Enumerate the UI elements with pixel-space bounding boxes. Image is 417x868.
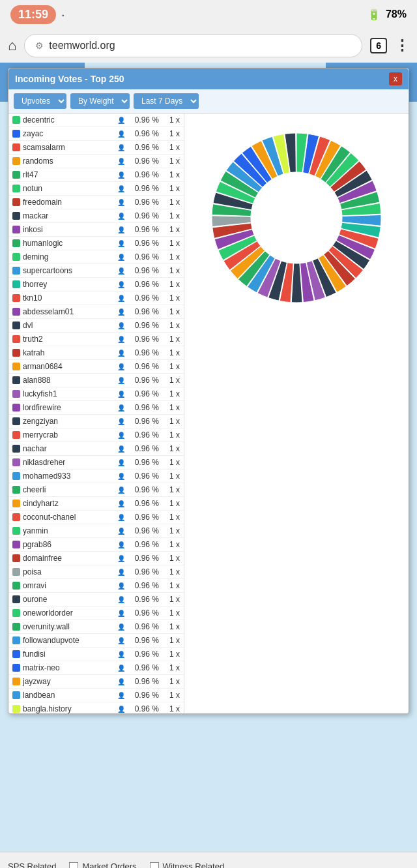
market-orders-tab[interactable]: Market Orders — [69, 861, 136, 868]
battery-level: 78% — [386, 8, 407, 20]
vote-list-row[interactable]: inkosi 👤 0.96 % 1 x — [8, 223, 184, 237]
modal-controls: Upvotes By Weight Last 7 Days — [8, 89, 409, 113]
vote-list-row[interactable]: matrix-neo 👤 0.96 % 1 x — [8, 661, 184, 675]
vote-name: randoms — [23, 157, 115, 166]
incoming-votes-modal: Incoming Votes - Top 250 x Upvotes By We… — [8, 68, 409, 714]
vote-count: 1 x — [162, 198, 180, 207]
vote-person-icon: 👤 — [117, 610, 125, 617]
vote-list-row[interactable]: randoms 👤 0.96 % 1 x — [8, 155, 184, 168]
vote-list-row[interactable]: yanmin 👤 0.96 % 1 x — [8, 524, 184, 538]
vote-person-icon: 👤 — [117, 445, 125, 453]
vote-list-row[interactable]: zayac 👤 0.96 % 1 x — [8, 127, 184, 141]
sps-related-tab[interactable]: SPS Related — [8, 861, 56, 868]
vote-pct: 0.96 % — [128, 430, 159, 440]
vote-list-row[interactable]: deming 👤 0.96 % 1 x — [8, 250, 184, 264]
vote-list-row[interactable]: thorrey 👤 0.96 % 1 x — [8, 278, 184, 292]
witness-related-checkbox[interactable] — [150, 862, 159, 869]
vote-count: 1 x — [162, 225, 180, 234]
vote-list-row[interactable]: zengziyan 👤 0.96 % 1 x — [8, 415, 184, 428]
vote-list[interactable]: decentric 👤 0.96 % 1 x zayac 👤 0.96 % 1 … — [8, 113, 184, 713]
vote-name: zayac — [23, 129, 115, 138]
vote-count: 1 x — [162, 266, 180, 275]
vote-list-row[interactable]: cheerli 👤 0.96 % 1 x — [8, 483, 184, 497]
vote-person-icon: 👤 — [117, 706, 125, 713]
vote-pct: 0.96 % — [128, 157, 159, 166]
vote-person-icon: 👤 — [117, 172, 125, 179]
vote-list-row[interactable]: alan888 👤 0.96 % 1 x — [8, 374, 184, 387]
vote-name: rlt47 — [23, 170, 115, 179]
vote-name: domainfree — [23, 554, 115, 563]
vote-count: 1 x — [162, 513, 180, 522]
vote-pct: 0.96 % — [128, 198, 159, 207]
vote-list-row[interactable]: arman0684 👤 0.96 % 1 x — [8, 360, 184, 374]
vote-list-row[interactable]: notun 👤 0.96 % 1 x — [8, 182, 184, 196]
vote-count: 1 x — [162, 663, 180, 672]
witness-related-tab[interactable]: Witness Related — [150, 861, 225, 868]
vote-list-row[interactable]: pgrab86 👤 0.96 % 1 x — [8, 538, 184, 552]
vote-list-row[interactable]: tkn10 👤 0.96 % 1 x — [8, 292, 184, 305]
vote-list-row[interactable]: humanlogic 👤 0.96 % 1 x — [8, 237, 184, 250]
vote-list-row[interactable]: mackar 👤 0.96 % 1 x — [8, 209, 184, 223]
vote-color-dot — [12, 595, 20, 603]
vote-list-row[interactable]: omravi 👤 0.96 % 1 x — [8, 579, 184, 593]
vote-count: 1 x — [162, 362, 180, 371]
vote-person-icon: 👤 — [117, 336, 125, 343]
modal-body: decentric 👤 0.96 % 1 x zayac 👤 0.96 % 1 … — [8, 113, 409, 713]
browser-menu-icon[interactable]: ⋮ — [395, 37, 409, 54]
vote-list-row[interactable]: scamsalarm 👤 0.96 % 1 x — [8, 141, 184, 155]
vote-pct: 0.96 % — [128, 280, 159, 289]
vote-color-dot — [12, 664, 20, 672]
vote-list-row[interactable]: ourone 👤 0.96 % 1 x — [8, 593, 184, 606]
vote-list-row[interactable]: dvl 👤 0.96 % 1 x — [8, 319, 184, 333]
vote-list-row[interactable]: merrycrab 👤 0.96 % 1 x — [8, 428, 184, 442]
vote-list-row[interactable]: niklasdreher 👤 0.96 % 1 x — [8, 456, 184, 470]
vote-person-icon: 👤 — [117, 308, 125, 316]
vote-count: 1 x — [162, 335, 180, 344]
vote-color-dot — [12, 636, 20, 644]
period-select[interactable]: Last 7 Days — [134, 93, 199, 109]
url-bar[interactable]: ⚙ teemworld.org — [24, 34, 362, 57]
vote-list-row[interactable]: jayzway 👤 0.96 % 1 x — [8, 675, 184, 689]
vote-list-row[interactable]: truth2 👤 0.96 % 1 x — [8, 333, 184, 346]
vote-color-dot — [12, 157, 20, 165]
vote-type-select[interactable]: Upvotes — [14, 93, 66, 109]
vote-list-row[interactable]: nachar 👤 0.96 % 1 x — [8, 442, 184, 456]
vote-person-icon: 👤 — [117, 528, 125, 535]
sort-select[interactable]: By Weight — [70, 93, 130, 109]
vote-list-row[interactable]: domainfree 👤 0.96 % 1 x — [8, 552, 184, 565]
vote-list-row[interactable]: fundisi 👤 0.96 % 1 x — [8, 648, 184, 661]
page-background: 88.72 % 5 % $ 0.00 25 % $ 0.00 50 % $ 0.… — [0, 63, 417, 852]
vote-list-row[interactable]: abdesselam01 👤 0.96 % 1 x — [8, 305, 184, 319]
vote-name: yanmin — [23, 526, 115, 535]
vote-list-row[interactable]: overunity.wall 👤 0.96 % 1 x — [8, 620, 184, 634]
vote-color-dot — [12, 445, 20, 453]
home-icon[interactable]: ⌂ — [8, 37, 16, 54]
modal-close-button[interactable]: x — [389, 72, 402, 85]
vote-list-row[interactable]: oneworldorder 👤 0.96 % 1 x — [8, 606, 184, 620]
vote-pct: 0.96 % — [128, 211, 159, 220]
vote-list-row[interactable]: lordfirewire 👤 0.96 % 1 x — [8, 401, 184, 415]
vote-list-row[interactable]: rlt47 👤 0.96 % 1 x — [8, 168, 184, 182]
vote-name: omravi — [23, 581, 115, 590]
vote-list-row[interactable]: mohamed933 👤 0.96 % 1 x — [8, 470, 184, 483]
vote-list-row[interactable]: decentric 👤 0.96 % 1 x — [8, 113, 184, 127]
tab-count[interactable]: 6 — [370, 38, 387, 53]
vote-list-row[interactable]: katrah 👤 0.96 % 1 x — [8, 346, 184, 360]
vote-count: 1 x — [162, 691, 180, 700]
vote-list-row[interactable]: freedomain 👤 0.96 % 1 x — [8, 196, 184, 209]
vote-list-row[interactable]: coconut-chanel 👤 0.96 % 1 x — [8, 511, 184, 524]
vote-list-row[interactable]: bangla.history 👤 0.96 % 1 x — [8, 702, 184, 713]
market-orders-checkbox[interactable] — [69, 862, 78, 869]
vote-name: decentric — [23, 115, 115, 125]
vote-pct: 0.96 % — [128, 581, 159, 590]
vote-person-icon: 👤 — [117, 514, 125, 521]
status-time: 11:59 — [10, 5, 56, 24]
vote-list-row[interactable]: cindyhartz 👤 0.96 % 1 x — [8, 497, 184, 511]
vote-list-row[interactable]: landbean 👤 0.96 % 1 x — [8, 689, 184, 702]
vote-person-icon: 👤 — [117, 199, 125, 206]
vote-list-row[interactable]: supercartoons 👤 0.96 % 1 x — [8, 264, 184, 278]
vote-list-row[interactable]: poisa 👤 0.96 % 1 x — [8, 565, 184, 579]
vote-list-row[interactable]: luckyfish1 👤 0.96 % 1 x — [8, 387, 184, 401]
vote-list-row[interactable]: followandupvote 👤 0.96 % 1 x — [8, 634, 184, 648]
vote-name: alan888 — [23, 376, 115, 385]
